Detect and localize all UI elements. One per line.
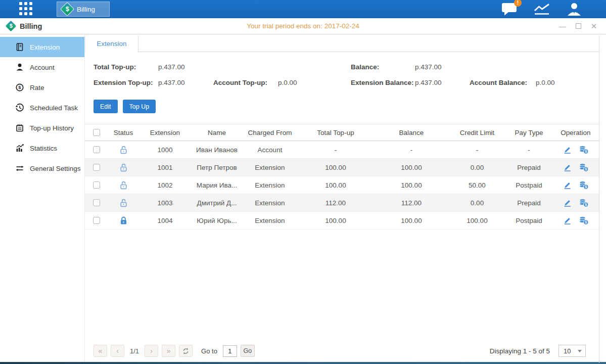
sidebar-item-label: Rate <box>30 84 44 92</box>
sidebar: Extension Account $ Rate <box>0 34 85 362</box>
cell-balance: 100.00 <box>374 164 449 171</box>
page-indicator: 1/1 <box>130 347 139 355</box>
taskbar-item-billing[interactable]: $ Billing <box>57 2 110 17</box>
sidebar-item-scheduled-task[interactable]: Scheduled Task <box>0 98 84 118</box>
sidebar-item-label: General Settings <box>30 165 81 172</box>
extensions-table: Status Extension Name Charged From Total… <box>85 124 599 230</box>
select-all-checkbox[interactable] <box>93 129 100 136</box>
go-button[interactable]: Go <box>241 345 255 357</box>
tab-extension[interactable]: Extension <box>85 35 138 52</box>
header-operation: Operation <box>553 129 598 136</box>
table-row: 1001 Петр Петров Extension 100.00 100.00… <box>85 159 599 176</box>
svg-text:$: $ <box>585 185 587 189</box>
cell-balance: 112.00 <box>374 199 449 207</box>
edit-button[interactable]: Edit <box>94 100 118 113</box>
billing-app-icon: $ <box>60 2 74 16</box>
chevron-down-icon <box>578 350 582 352</box>
account-person-icon <box>15 63 24 72</box>
minimize-button[interactable]: — <box>558 22 567 30</box>
header-extension: Extension <box>138 129 192 136</box>
svg-text:$: $ <box>585 150 587 154</box>
cell-credit-limit: 0.00 <box>449 164 505 171</box>
close-button[interactable]: ✕ <box>590 22 598 30</box>
account-topup-value: p.0.00 <box>278 79 297 86</box>
sidebar-item-rate[interactable]: $ Rate <box>0 77 84 98</box>
cell-credit-limit: 0.00 <box>449 199 505 207</box>
maximize-button[interactable] <box>574 22 582 30</box>
chat-icon[interactable]: ! <box>501 3 517 16</box>
cell-extension: 1003 <box>138 199 192 207</box>
cell-pay-type: - <box>505 146 553 154</box>
total-topup-value: p.437.00 <box>158 63 185 71</box>
cell-credit-limit: - <box>449 146 505 154</box>
screen: $ Billing ! <box>0 0 606 364</box>
main-content: Extension Total Top-up: p.437.00 Balance… <box>85 34 606 362</box>
first-page-button[interactable]: « <box>94 345 107 357</box>
sidebar-item-statistics[interactable]: Statistics <box>0 138 84 158</box>
cell-extension: 1001 <box>138 164 192 171</box>
cell-pay-type: Postpaid <box>505 217 553 224</box>
row-checkbox[interactable] <box>93 146 100 153</box>
goto-page-input[interactable] <box>223 345 237 357</box>
refresh-button[interactable] <box>179 345 193 357</box>
pagination-bar: « ‹ 1/1 › » Go to Go <box>94 345 586 357</box>
rate-dollar-icon: $ <box>15 83 24 92</box>
trial-notice: Your trial period ends on: 2017-02-24 <box>0 22 606 30</box>
topup-coins-icon[interactable]: $ <box>579 180 589 190</box>
topup-button[interactable]: Top Up <box>123 100 156 113</box>
general-settings-sliders-icon <box>15 164 24 173</box>
header-charged-from: Charged From <box>242 129 298 136</box>
sidebar-item-label: Scheduled Task <box>30 104 78 112</box>
prev-page-button[interactable]: ‹ <box>111 345 124 357</box>
topup-coins-icon[interactable]: $ <box>579 216 589 225</box>
page-size-select[interactable]: 10 <box>558 345 586 357</box>
cell-total-topup: 100.00 <box>298 217 374 224</box>
table-row: 1004 Юрий Юрь... Extension 100.00 100.00… <box>85 212 599 230</box>
taskbar-item-label: Billing <box>77 6 95 13</box>
row-checkbox[interactable] <box>93 164 100 171</box>
sidebar-item-label: Top-up History <box>30 124 74 132</box>
next-page-button[interactable]: › <box>145 345 158 357</box>
edit-pencil-icon[interactable] <box>563 216 572 225</box>
scheduled-task-clock-icon <box>15 103 24 112</box>
svg-text:$: $ <box>18 84 21 90</box>
edit-pencil-icon[interactable] <box>563 163 572 172</box>
sidebar-item-general-settings[interactable]: General Settings <box>0 158 84 178</box>
topup-coins-icon[interactable]: $ <box>579 145 589 154</box>
extension-balance-value: p.437.00 <box>415 79 442 86</box>
app-grid-icon[interactable] <box>19 2 33 16</box>
cell-pay-type: Prepaid <box>505 199 553 207</box>
table-row: 1003 Дмитрий Д... Extension 112.00 112.0… <box>85 194 599 212</box>
user-icon[interactable] <box>567 3 582 16</box>
lock-closed-icon <box>119 216 128 225</box>
tabstrip: Extension <box>85 35 599 52</box>
extension-topup-value: p.437.00 <box>158 79 185 86</box>
header-total-topup: Total Top-up <box>298 129 374 136</box>
edit-pencil-icon[interactable] <box>563 199 572 207</box>
sidebar-item-topup-history[interactable]: Top-up History <box>0 118 84 138</box>
table-row: 1002 Мария Ива... Extension 100.00 100.0… <box>85 176 599 194</box>
topup-coins-icon[interactable]: $ <box>579 198 589 207</box>
row-checkbox[interactable] <box>93 217 100 224</box>
sidebar-item-extension[interactable]: Extension <box>0 37 84 57</box>
cell-charged-from: Account <box>242 146 298 154</box>
account-topup-label: Account Top-up: <box>213 79 267 86</box>
edit-pencil-icon[interactable] <box>563 146 572 154</box>
sidebar-item-account[interactable]: Account <box>0 57 84 77</box>
row-checkbox[interactable] <box>93 199 100 206</box>
displaying-text: Displaying 1 - 5 of 5 <box>490 347 550 355</box>
topup-coins-icon[interactable]: $ <box>579 163 589 172</box>
window-title: Billing <box>20 22 42 30</box>
cell-balance: 100.00 <box>374 181 449 189</box>
last-page-button[interactable]: » <box>162 345 175 357</box>
cell-credit-limit: 100.00 <box>449 217 505 224</box>
window-titlebar: $ Billing Your trial period ends on: 201… <box>0 18 606 34</box>
svg-text:$: $ <box>585 167 587 171</box>
lock-open-icon <box>119 180 128 190</box>
header-name: Name <box>192 129 242 136</box>
chart-icon[interactable] <box>533 3 550 16</box>
edit-pencil-icon[interactable] <box>563 181 572 190</box>
row-checkbox[interactable] <box>93 181 100 189</box>
total-topup-label: Total Top-up: <box>94 63 136 71</box>
account-balance-label: Account Balance: <box>470 79 527 86</box>
